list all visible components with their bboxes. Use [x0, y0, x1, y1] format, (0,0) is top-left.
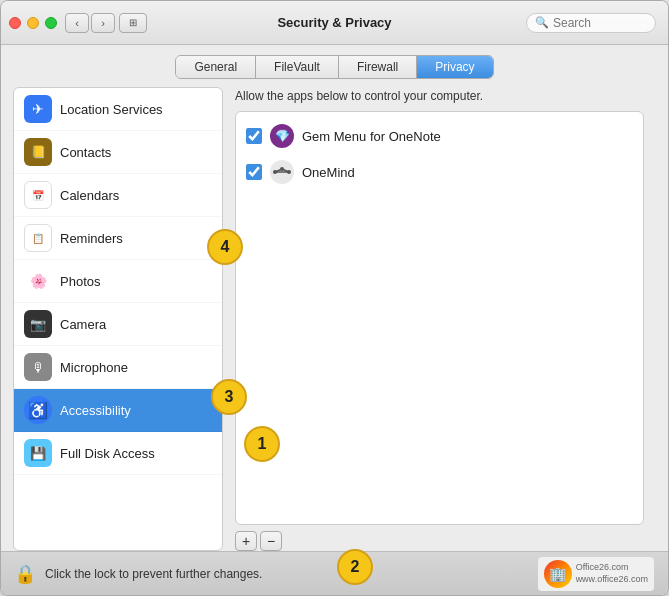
- back-button[interactable]: ‹: [65, 13, 89, 33]
- sidebar-label-contacts: Contacts: [60, 145, 111, 160]
- sidebar-label-accessibility: Accessibility: [60, 403, 131, 418]
- reminders-icon: 📋: [24, 224, 52, 252]
- close-button[interactable]: [9, 17, 21, 29]
- grid-button[interactable]: ⊞: [119, 13, 147, 33]
- onemind-icon: [270, 160, 294, 184]
- apps-list: 💎 Gem Menu for OneNote: [235, 111, 644, 525]
- calendars-icon: 📅: [24, 181, 52, 209]
- search-box[interactable]: 🔍: [526, 13, 656, 33]
- full-disk-access-icon: 💾: [24, 439, 52, 467]
- forward-button[interactable]: ›: [91, 13, 115, 33]
- camera-icon: 📷: [24, 310, 52, 338]
- app-item-onemind: OneMind: [242, 154, 637, 190]
- sidebar: ✈ Location Services 📒 Contacts 📅 Calenda…: [13, 87, 223, 551]
- branding-text: Office26.com www.office26.com: [576, 562, 648, 585]
- sidebar-label-photos: Photos: [60, 274, 100, 289]
- sidebar-label-camera: Camera: [60, 317, 106, 332]
- tab-firewall[interactable]: Firewall: [339, 56, 417, 78]
- sidebar-label-calendars: Calendars: [60, 188, 119, 203]
- sidebar-item-calendars[interactable]: 📅 Calendars: [14, 174, 222, 217]
- titlebar: ‹ › ⊞ Security & Privacy 🔍: [1, 1, 668, 45]
- sidebar-item-reminders[interactable]: 📋 Reminders: [14, 217, 222, 260]
- contacts-icon: 📒: [24, 138, 52, 166]
- app-name-onemind: OneMind: [302, 165, 355, 180]
- sidebar-label-location-services: Location Services: [60, 102, 163, 117]
- zoom-button[interactable]: [45, 17, 57, 29]
- app-name-gem: Gem Menu for OneNote: [302, 129, 441, 144]
- sidebar-item-microphone[interactable]: 🎙 Microphone: [14, 346, 222, 389]
- footer: 🔒 Click the lock to prevent further chan…: [1, 551, 668, 595]
- nav-buttons: ‹ ›: [65, 13, 115, 33]
- add-app-button[interactable]: +: [235, 531, 257, 551]
- tabs-container: General FileVault Firewall Privacy: [1, 45, 668, 87]
- footer-right: 🏢 Office26.com www.office26.com: [538, 557, 654, 591]
- search-icon: 🔍: [535, 16, 549, 29]
- sidebar-label-microphone: Microphone: [60, 360, 128, 375]
- sidebar-item-contacts[interactable]: 📒 Contacts: [14, 131, 222, 174]
- app-item-gem: 💎 Gem Menu for OneNote: [242, 118, 637, 154]
- tab-privacy[interactable]: Privacy: [417, 56, 492, 78]
- search-input[interactable]: [553, 16, 647, 30]
- traffic-lights: [9, 17, 57, 29]
- sidebar-label-full-disk-access: Full Disk Access: [60, 446, 155, 461]
- sidebar-item-full-disk-access[interactable]: 💾 Full Disk Access: [14, 432, 222, 475]
- footer-text: Click the lock to prevent further change…: [45, 567, 262, 581]
- app-checkbox-gem[interactable]: [246, 128, 262, 144]
- sidebar-item-camera[interactable]: 📷 Camera: [14, 303, 222, 346]
- tab-filevault[interactable]: FileVault: [256, 56, 339, 78]
- window-title: Security & Privacy: [277, 15, 391, 30]
- sidebar-item-location-services[interactable]: ✈ Location Services: [14, 88, 222, 131]
- right-panel: Allow the apps below to control your com…: [223, 87, 656, 551]
- gem-menu-icon: 💎: [270, 124, 294, 148]
- tab-group: General FileVault Firewall Privacy: [175, 55, 493, 79]
- sidebar-label-reminders: Reminders: [60, 231, 123, 246]
- sidebar-item-photos[interactable]: 🌸 Photos: [14, 260, 222, 303]
- photos-icon: 🌸: [24, 267, 52, 295]
- sidebar-item-accessibility[interactable]: ♿ Accessibility: [14, 389, 222, 432]
- remove-app-button[interactable]: −: [260, 531, 282, 551]
- app-checkbox-onemind[interactable]: [246, 164, 262, 180]
- main-content: ✈ Location Services 📒 Contacts 📅 Calenda…: [1, 87, 668, 551]
- office-logo-icon: 🏢: [544, 560, 572, 588]
- lock-icon[interactable]: 🔒: [15, 562, 35, 586]
- minimize-button[interactable]: [27, 17, 39, 29]
- microphone-icon: 🎙: [24, 353, 52, 381]
- accessibility-icon: ♿: [24, 396, 52, 424]
- list-actions: + −: [235, 531, 644, 551]
- location-services-icon: ✈: [24, 95, 52, 123]
- panel-description: Allow the apps below to control your com…: [235, 89, 644, 103]
- tab-general[interactable]: General: [176, 56, 256, 78]
